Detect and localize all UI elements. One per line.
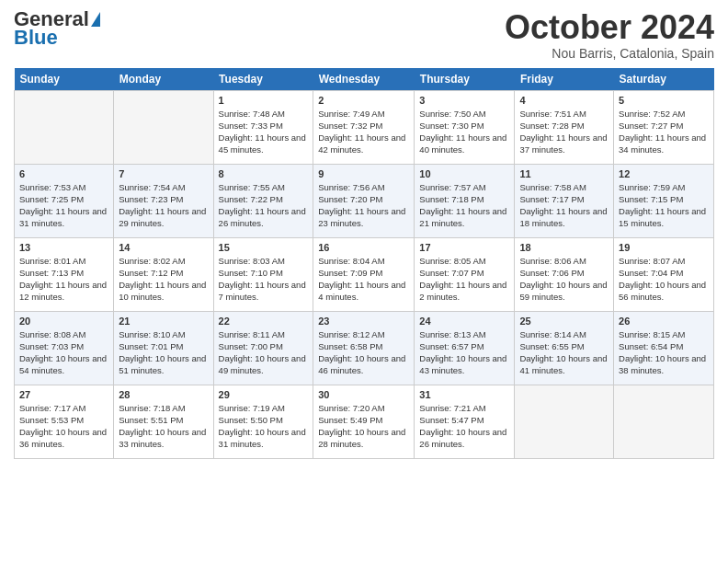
day-info: Sunrise: 8:01 AM Sunset: 7:13 PM Dayligh… (19, 255, 108, 304)
day-info: Sunrise: 7:54 AM Sunset: 7:23 PM Dayligh… (119, 181, 208, 230)
calendar-day-cell: 23Sunrise: 8:12 AM Sunset: 6:58 PM Dayli… (313, 311, 415, 385)
day-info: Sunrise: 7:56 AM Sunset: 7:20 PM Dayligh… (318, 181, 409, 230)
day-number: 7 (119, 168, 208, 179)
header: General Blue October 2024 Nou Barris, Ca… (14, 9, 714, 61)
day-number: 24 (419, 316, 509, 327)
day-info: Sunrise: 7:50 AM Sunset: 7:30 PM Dayligh… (419, 108, 509, 156)
logo-blue-text: Blue (14, 28, 58, 48)
day-info: Sunrise: 8:02 AM Sunset: 7:12 PM Dayligh… (119, 255, 208, 304)
calendar-day-cell: 13Sunrise: 8:01 AM Sunset: 7:13 PM Dayli… (15, 237, 114, 311)
calendar-day-cell: 25Sunrise: 8:14 AM Sunset: 6:55 PM Dayli… (515, 311, 614, 385)
calendar-day-cell: 7Sunrise: 7:54 AM Sunset: 7:23 PM Daylig… (114, 164, 213, 237)
month-title: October 2024 (505, 9, 714, 46)
day-of-week-header: Sunday (15, 68, 114, 91)
day-info: Sunrise: 7:21 AM Sunset: 5:47 PM Dayligh… (419, 402, 509, 451)
calendar-week-row: 27Sunrise: 7:17 AM Sunset: 5:53 PM Dayli… (15, 385, 714, 458)
calendar-day-cell: 3Sunrise: 7:50 AM Sunset: 7:30 PM Daylig… (415, 90, 515, 164)
day-info: Sunrise: 8:03 AM Sunset: 7:10 PM Dayligh… (219, 255, 309, 304)
calendar-day-cell: 20Sunrise: 8:08 AM Sunset: 7:03 PM Dayli… (15, 311, 114, 385)
day-number: 17 (419, 242, 509, 253)
day-number: 12 (619, 168, 709, 179)
day-info: Sunrise: 7:58 AM Sunset: 7:17 PM Dayligh… (519, 181, 609, 230)
day-info: Sunrise: 8:11 AM Sunset: 7:00 PM Dayligh… (219, 328, 309, 377)
day-number: 9 (318, 168, 409, 179)
calendar-week-row: 1Sunrise: 7:48 AM Sunset: 7:33 PM Daylig… (15, 90, 714, 164)
day-number: 18 (519, 242, 609, 253)
day-number: 21 (119, 316, 208, 327)
calendar-table: SundayMondayTuesdayWednesdayThursdayFrid… (14, 68, 714, 459)
calendar-day-cell (114, 90, 213, 164)
calendar-day-cell: 29Sunrise: 7:19 AM Sunset: 5:50 PM Dayli… (213, 385, 313, 458)
day-info: Sunrise: 8:05 AM Sunset: 7:07 PM Dayligh… (419, 255, 509, 304)
day-info: Sunrise: 7:51 AM Sunset: 7:28 PM Dayligh… (519, 108, 609, 156)
day-number: 5 (619, 95, 709, 106)
day-info: Sunrise: 7:19 AM Sunset: 5:50 PM Dayligh… (219, 402, 309, 451)
calendar-day-cell: 18Sunrise: 8:06 AM Sunset: 7:06 PM Dayli… (515, 237, 614, 311)
calendar-day-cell: 21Sunrise: 8:10 AM Sunset: 7:01 PM Dayli… (114, 311, 213, 385)
day-info: Sunrise: 8:08 AM Sunset: 7:03 PM Dayligh… (19, 328, 108, 377)
day-info: Sunrise: 7:20 AM Sunset: 5:49 PM Dayligh… (318, 402, 409, 451)
calendar-day-cell: 2Sunrise: 7:49 AM Sunset: 7:32 PM Daylig… (313, 90, 415, 164)
day-number: 27 (19, 389, 108, 400)
day-info: Sunrise: 7:59 AM Sunset: 7:15 PM Dayligh… (619, 181, 709, 230)
calendar-day-cell: 10Sunrise: 7:57 AM Sunset: 7:18 PM Dayli… (415, 164, 515, 237)
calendar-day-cell: 26Sunrise: 8:15 AM Sunset: 6:54 PM Dayli… (614, 311, 714, 385)
day-info: Sunrise: 7:53 AM Sunset: 7:25 PM Dayligh… (19, 181, 108, 230)
calendar-day-cell: 11Sunrise: 7:58 AM Sunset: 7:17 PM Dayli… (515, 164, 614, 237)
calendar-day-cell: 4Sunrise: 7:51 AM Sunset: 7:28 PM Daylig… (515, 90, 614, 164)
calendar-day-cell (515, 385, 614, 458)
calendar-day-cell: 16Sunrise: 8:04 AM Sunset: 7:09 PM Dayli… (313, 237, 415, 311)
day-info: Sunrise: 7:55 AM Sunset: 7:22 PM Dayligh… (219, 181, 309, 230)
day-number: 6 (19, 168, 108, 179)
day-info: Sunrise: 7:52 AM Sunset: 7:27 PM Dayligh… (619, 108, 709, 156)
day-number: 4 (519, 95, 609, 106)
calendar-day-cell: 28Sunrise: 7:18 AM Sunset: 5:51 PM Dayli… (114, 385, 213, 458)
day-number: 10 (419, 168, 509, 179)
day-of-week-header: Thursday (415, 68, 515, 91)
day-number: 13 (19, 242, 108, 253)
calendar-day-cell: 1Sunrise: 7:48 AM Sunset: 7:33 PM Daylig… (213, 90, 313, 164)
calendar-day-cell: 30Sunrise: 7:20 AM Sunset: 5:49 PM Dayli… (313, 385, 415, 458)
day-number: 3 (419, 95, 509, 106)
day-info: Sunrise: 7:18 AM Sunset: 5:51 PM Dayligh… (119, 402, 208, 451)
main-container: General Blue October 2024 Nou Barris, Ca… (0, 0, 728, 468)
day-info: Sunrise: 7:57 AM Sunset: 7:18 PM Dayligh… (419, 181, 509, 230)
calendar-day-cell: 27Sunrise: 7:17 AM Sunset: 5:53 PM Dayli… (15, 385, 114, 458)
calendar-day-cell: 22Sunrise: 8:11 AM Sunset: 7:00 PM Dayli… (213, 311, 313, 385)
logo: General Blue (14, 9, 100, 48)
day-number: 26 (619, 316, 709, 327)
day-number: 14 (119, 242, 208, 253)
day-number: 8 (219, 168, 309, 179)
day-number: 25 (519, 316, 609, 327)
day-number: 20 (19, 316, 108, 327)
day-number: 2 (318, 95, 409, 106)
day-info: Sunrise: 8:04 AM Sunset: 7:09 PM Dayligh… (318, 255, 409, 304)
calendar-day-cell: 5Sunrise: 7:52 AM Sunset: 7:27 PM Daylig… (614, 90, 714, 164)
day-info: Sunrise: 8:10 AM Sunset: 7:01 PM Dayligh… (119, 328, 208, 377)
day-number: 29 (219, 389, 309, 400)
calendar-day-cell (15, 90, 114, 164)
day-of-week-header: Monday (114, 68, 213, 91)
day-number: 1 (219, 95, 309, 106)
calendar-day-cell: 19Sunrise: 8:07 AM Sunset: 7:04 PM Dayli… (614, 237, 714, 311)
calendar-day-cell: 12Sunrise: 7:59 AM Sunset: 7:15 PM Dayli… (614, 164, 714, 237)
day-number: 30 (318, 389, 409, 400)
day-info: Sunrise: 8:15 AM Sunset: 6:54 PM Dayligh… (619, 328, 709, 377)
calendar-day-cell: 9Sunrise: 7:56 AM Sunset: 7:20 PM Daylig… (313, 164, 415, 237)
calendar-day-cell: 14Sunrise: 8:02 AM Sunset: 7:12 PM Dayli… (114, 237, 213, 311)
day-number: 22 (219, 316, 309, 327)
day-number: 19 (619, 242, 709, 253)
calendar-day-cell (614, 385, 714, 458)
day-info: Sunrise: 8:12 AM Sunset: 6:58 PM Dayligh… (318, 328, 409, 377)
calendar-day-cell: 31Sunrise: 7:21 AM Sunset: 5:47 PM Dayli… (415, 385, 515, 458)
day-info: Sunrise: 7:17 AM Sunset: 5:53 PM Dayligh… (19, 402, 108, 451)
day-info: Sunrise: 8:14 AM Sunset: 6:55 PM Dayligh… (519, 328, 609, 377)
calendar-day-cell: 8Sunrise: 7:55 AM Sunset: 7:22 PM Daylig… (213, 164, 313, 237)
day-number: 16 (318, 242, 409, 253)
calendar-day-cell: 15Sunrise: 8:03 AM Sunset: 7:10 PM Dayli… (213, 237, 313, 311)
day-number: 31 (419, 389, 509, 400)
day-number: 11 (519, 168, 609, 179)
calendar-day-cell: 6Sunrise: 7:53 AM Sunset: 7:25 PM Daylig… (15, 164, 114, 237)
day-info: Sunrise: 7:48 AM Sunset: 7:33 PM Dayligh… (219, 108, 309, 156)
day-number: 28 (119, 389, 208, 400)
